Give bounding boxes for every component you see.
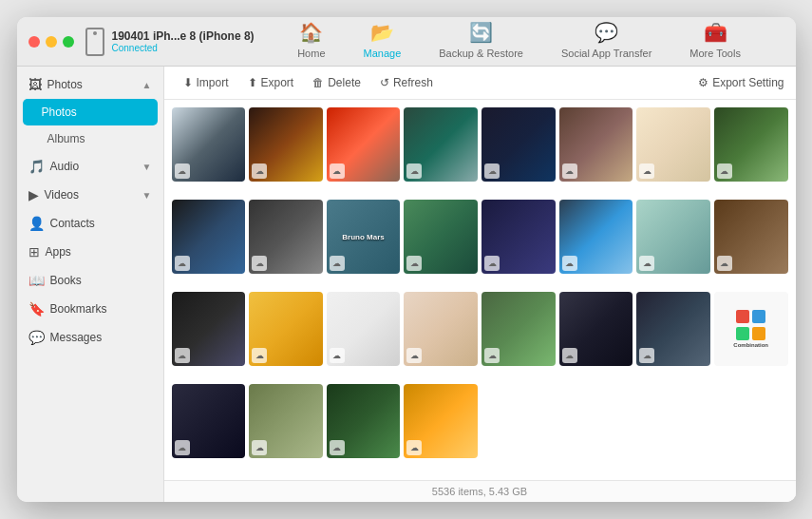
tab-tools[interactable]: 🧰 More Tools [670, 17, 760, 69]
sidebar-header-left-books: 📖 Books [28, 273, 82, 288]
cloud-icon: ☁ [252, 163, 267, 179]
export-setting-button[interactable]: ⚙ Export Setting [698, 76, 784, 89]
cloud-icon: ☁ [330, 163, 345, 179]
cloud-icon: ☁ [717, 256, 732, 271]
photo-item[interactable]: ☁ [172, 200, 246, 274]
cloud-icon: ☁ [406, 440, 422, 455]
photo-item[interactable]: ☁ [636, 107, 710, 182]
tab-home[interactable]: 🏠 Home [278, 17, 344, 69]
sidebar-item-photos[interactable]: Photos [23, 99, 158, 125]
minimize-button[interactable] [46, 36, 57, 48]
sidebar-section-photos: 🖼 Photos ▲ Photos Albums [17, 70, 163, 152]
device-info: 190401 iPh...e 8 (iPhone 8) Connected [85, 28, 255, 56]
nav-tabs: 🏠 Home 📂 Manage 🔄 Backup & Restore 💬 Soc… [255, 17, 784, 69]
cloud-icon: ☁ [562, 256, 577, 271]
gear-icon: ⚙ [698, 76, 708, 89]
maximize-button[interactable] [63, 36, 74, 48]
audio-chevron-icon: ▼ [142, 162, 152, 172]
photo-item[interactable]: ☁ [404, 200, 478, 274]
photo-item[interactable]: ☁ [482, 292, 556, 366]
tab-home-label: Home [297, 48, 325, 59]
import-button[interactable]: ⬇ Import [176, 72, 236, 93]
sidebar-header-audio-label: Audio [50, 160, 80, 173]
cloud-icon: ☁ [175, 348, 190, 363]
photo-item[interactable]: ☁ [249, 292, 323, 366]
manage-icon: 📂 [370, 21, 394, 44]
sidebar-header-contacts[interactable]: 👤 Contacts [17, 209, 163, 238]
sidebar-header-apps[interactable]: ⊞ Apps [17, 238, 163, 266]
cloud-icon: ☁ [717, 163, 732, 179]
photo-item[interactable]: ☁ [482, 107, 556, 182]
photo-item[interactable]: ☁ [714, 107, 788, 182]
cloud-icon: ☁ [175, 256, 190, 271]
close-button[interactable] [28, 36, 40, 48]
sidebar-header-left-apps: ⊞ Apps [28, 244, 71, 260]
cloud-icon: ☁ [639, 163, 654, 179]
photos-section-icon: 🖼 [28, 77, 42, 92]
main-content: 🖼 Photos ▲ Photos Albums 🎵 Audio [17, 67, 796, 502]
books-section-icon: 📖 [28, 273, 45, 288]
photo-item[interactable]: ☁ [404, 292, 478, 366]
sidebar-header-videos[interactable]: ▶ Videos ▼ [17, 181, 163, 209]
refresh-icon: ↺ [380, 76, 389, 89]
tab-manage[interactable]: 📂 Manage [345, 17, 421, 69]
sidebar-header-messages[interactable]: 💬 Messages [17, 323, 163, 352]
photo-item[interactable]: ☁ [249, 107, 323, 182]
export-button[interactable]: ⬆ Export [240, 72, 302, 93]
titlebar: 190401 iPh...e 8 (iPhone 8) Connected 🏠 … [17, 17, 796, 67]
sidebar-item-albums[interactable]: Albums [17, 125, 163, 152]
social-icon: 💬 [595, 21, 618, 44]
photo-item[interactable]: ☁ [404, 107, 478, 182]
tab-backup[interactable]: 🔄 Backup & Restore [420, 17, 542, 69]
refresh-button[interactable]: ↺ Refresh [372, 72, 441, 93]
backup-icon: 🔄 [469, 21, 493, 44]
cloud-icon: ☁ [406, 163, 422, 179]
photo-item[interactable]: ☁ [404, 384, 478, 458]
sidebar-header-videos-label: Videos [45, 188, 79, 202]
cloud-icon: ☁ [562, 163, 577, 179]
sidebar: 🖼 Photos ▲ Photos Albums 🎵 Audio [17, 67, 164, 502]
photo-item[interactable]: ☁ [327, 107, 401, 182]
traffic-lights [28, 36, 74, 48]
photo-item[interactable]: ☁ [249, 384, 323, 458]
tab-social[interactable]: 💬 Social App Transfer [542, 17, 670, 69]
photo-grid: ☁ ☁ ☁ ☁ ☁ ☁ ☁ ☁ ☁ ☁ ☁ ☁ ☁ ☁ ☁ ☁ ☁ ☁ ☁ [164, 100, 796, 480]
photo-item[interactable]: ☁ [636, 200, 710, 274]
photo-item[interactable]: ☁ [172, 384, 246, 458]
videos-section-icon: ▶ [28, 187, 39, 202]
status-text: 5536 items, 5.43 GB [432, 486, 527, 497]
cloud-icon: ☁ [639, 256, 654, 271]
photo-item[interactable]: ☁ [172, 107, 246, 182]
apps-section-icon: ⊞ [28, 244, 40, 260]
bookmarks-section-icon: 🔖 [28, 301, 45, 317]
sidebar-header-left-messages: 💬 Messages [28, 330, 103, 345]
import-label: Import [197, 76, 229, 89]
sidebar-header-left-photos: 🖼 Photos [28, 77, 83, 92]
sidebar-section-apps: ⊞ Apps [17, 238, 163, 266]
sidebar-header-bookmarks[interactable]: 🔖 Bookmarks [17, 295, 163, 323]
photo-item-combination[interactable]: Combination [714, 292, 788, 366]
cloud-icon: ☁ [484, 256, 500, 271]
photo-item[interactable]: ☁ [249, 200, 323, 274]
device-icon [85, 28, 104, 56]
delete-button[interactable]: 🗑 Delete [305, 72, 368, 93]
photo-item[interactable]: ☁ [714, 200, 788, 274]
audio-section-icon: 🎵 [28, 159, 45, 174]
cloud-icon: ☁ [639, 348, 654, 363]
sidebar-header-books[interactable]: 📖 Books [17, 266, 163, 295]
photo-item[interactable]: ☁ [327, 292, 401, 366]
sidebar-header-contacts-label: Contacts [50, 217, 95, 230]
refresh-label: Refresh [393, 76, 433, 89]
sidebar-header-photos[interactable]: 🖼 Photos ▲ [17, 70, 163, 99]
photo-item[interactable]: ☁ [482, 200, 556, 274]
photo-item[interactable]: ☁ [327, 384, 401, 458]
photo-item[interactable]: ☁ [327, 200, 401, 274]
photo-item[interactable]: ☁ [559, 200, 633, 274]
combination-label: Combination [733, 342, 768, 348]
export-icon: ⬆ [248, 76, 257, 89]
photo-item[interactable]: ☁ [559, 292, 633, 366]
photo-item[interactable]: ☁ [172, 292, 246, 366]
photo-item[interactable]: ☁ [636, 292, 710, 366]
sidebar-header-audio[interactable]: 🎵 Audio ▼ [17, 152, 163, 181]
photo-item[interactable]: ☁ [559, 107, 633, 182]
